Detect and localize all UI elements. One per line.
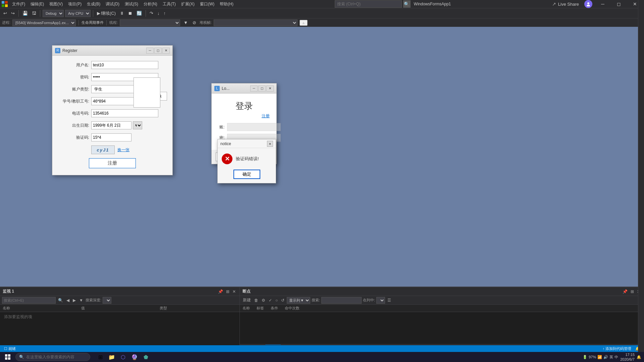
step-into-button[interactable]: ↓ (156, 10, 161, 16)
breakpoint-pin-button[interactable]: 📌 (622, 289, 629, 294)
watch-close-button[interactable]: ✕ (231, 289, 237, 294)
bp-incol-select[interactable] (376, 297, 385, 304)
taskbar-search-input[interactable] (26, 355, 87, 359)
register-link[interactable]: 注册 (217, 113, 270, 119)
continue-button[interactable]: ▶ 继续(C) (96, 10, 117, 17)
taskview-button[interactable]: ⊞ (96, 352, 105, 362)
thread-filter-button[interactable]: ▼ (182, 20, 189, 25)
display-columns-select[interactable]: 显示列▼ (287, 297, 310, 304)
statusbar-right: ↑ 添加到代码管理 🔔 (601, 346, 642, 351)
save-all-button[interactable]: 🖫 (31, 10, 38, 16)
profile-avatar[interactable] (584, 0, 592, 8)
register-restore-button[interactable]: ◻ (154, 48, 162, 54)
minimize-button[interactable]: ─ (595, 0, 610, 9)
username-label: 用户名: (59, 62, 89, 68)
start-button[interactable] (3, 352, 13, 362)
undo-button[interactable]: ↩ (2, 10, 8, 16)
watch-search-button[interactable]: 🔍 (57, 298, 64, 303)
bp-list-button[interactable]: ☰ (386, 298, 392, 303)
bp-enable-button[interactable]: ✓ (268, 298, 273, 303)
notice-close-button[interactable]: × (267, 141, 273, 147)
win-logo-sq-4 (8, 357, 10, 360)
restart-button[interactable]: 🔄 (135, 10, 143, 16)
login-username-input[interactable] (227, 123, 281, 131)
watch-search-input[interactable] (2, 297, 56, 304)
bp-disable-button[interactable]: ○ (274, 298, 279, 303)
search-input[interactable] (335, 0, 402, 8)
stop-button[interactable]: ⏹ (127, 10, 134, 16)
step-out-button[interactable]: ↑ (162, 10, 167, 16)
delete-breakpoint-button[interactable]: 🗑 (253, 298, 259, 303)
captcha-input[interactable] (91, 133, 131, 141)
birthdate-input[interactable] (91, 121, 131, 129)
register-button[interactable]: 注册 (89, 158, 136, 168)
vs-statusbar: ☐ 就绪 ↑ 添加到代码管理 🔔 (0, 345, 644, 352)
live-share-button[interactable]: ↗ Live Share (549, 1, 582, 7)
menu-test[interactable]: 测试(S) (122, 1, 141, 8)
taskbar-vs-icon[interactable]: ⬡ (118, 352, 128, 362)
breakpoint-panel-header: 断点 📌 ⊞ ✕ (240, 287, 644, 296)
step-over-button[interactable]: ↷ (148, 10, 155, 16)
save-button[interactable]: 💾 (21, 10, 29, 16)
bp-settings-button[interactable]: ⚙ (261, 298, 266, 303)
watch-depth-select[interactable] (103, 297, 111, 304)
account-type-label: 账户类型: (59, 86, 89, 92)
watch-prev-button[interactable]: ◀ (65, 298, 70, 303)
new-breakpoint-button[interactable]: 新建 (242, 297, 252, 303)
clock-date: 2020/6/7 (620, 357, 635, 362)
avatar-preview (133, 77, 160, 108)
menu-project[interactable]: 项目(P) (65, 1, 84, 8)
watch-pin-button[interactable]: 📌 (217, 289, 224, 294)
breakpoint-float-button[interactable]: ⊞ (630, 289, 635, 294)
platform-select[interactable]: Any CPU (65, 10, 91, 17)
callstack-select[interactable] (214, 19, 298, 26)
calendar-dropdown[interactable]: ▼ (133, 121, 142, 129)
watch-col-type: 类型 (160, 306, 237, 311)
login-restore-button[interactable]: ◻ (258, 85, 266, 92)
menu-window[interactable]: 窗口(W) (197, 1, 217, 8)
menu-file[interactable]: 文件(F) (9, 1, 28, 8)
menu-debug[interactable]: 调试(D) (103, 1, 122, 8)
right-sidebar (638, 0, 644, 362)
notice-body: ✕ 验证码错误! (218, 148, 276, 168)
ready-status: ☐ 就绪 (3, 346, 17, 351)
menu-build[interactable]: 生成(B) (84, 1, 103, 8)
notice-ok-button[interactable]: 确定 (233, 170, 260, 179)
phone-input[interactable] (91, 109, 158, 117)
debug-config-select[interactable]: Debug (43, 10, 64, 17)
login-close-button[interactable]: ✕ (266, 85, 274, 92)
change-captcha-link[interactable]: 换一张 (117, 147, 129, 153)
menu-view[interactable]: 视图(V) (47, 1, 65, 8)
menu-help[interactable]: 帮助(H) (217, 1, 236, 8)
notification-center-icon[interactable]: 🔔 (637, 355, 641, 359)
watch-next-button[interactable]: ▶ (72, 298, 77, 303)
menu-extensions[interactable]: 扩展(X) (178, 1, 197, 8)
watch-float-button[interactable]: ⊞ (225, 289, 230, 294)
add-code-management-button[interactable]: ↑ 添加到代码管理 (601, 346, 633, 351)
watch-panel-title: 监视 1 (3, 289, 14, 294)
live-share-label: Live Share (558, 2, 579, 7)
collapse-button[interactable]: ▲ (300, 20, 308, 26)
login-minimize-button[interactable]: ─ (250, 85, 258, 92)
redo-button[interactable]: ↪ (10, 10, 16, 16)
register-minimize-button[interactable]: ─ (146, 48, 154, 54)
menu-analyze[interactable]: 分析(N) (141, 1, 160, 8)
taskbar-search[interactable]: 🔍 (15, 353, 90, 361)
taskbar-app-icon-1[interactable]: 🔮 (130, 352, 139, 362)
phone-label: 电话号码: (59, 111, 89, 116)
bp-search-input[interactable] (321, 297, 362, 304)
stack-filter-button[interactable]: ⊘ (191, 20, 198, 25)
pause-button[interactable]: ⏸ (118, 10, 125, 16)
watch-depth-toggle[interactable]: ▼ (78, 298, 84, 303)
menu-tools[interactable]: 工具(T) (160, 1, 178, 8)
thread-select[interactable] (120, 19, 180, 26)
restore-button[interactable]: ◻ (611, 0, 627, 9)
taskbar-search-icon: 🔍 (19, 355, 24, 359)
search-button[interactable]: 🔍 (403, 0, 411, 8)
bp-refresh-button[interactable]: ↺ (280, 298, 285, 303)
register-close-button[interactable]: ✕ (162, 48, 170, 54)
taskbar-explorer-icon[interactable]: 📁 (107, 352, 116, 362)
process-select[interactable]: [5540] WindowsFormsApp1.ex... (12, 19, 76, 26)
taskbar-app-icon-2[interactable]: ⬟ (141, 352, 151, 362)
menu-edit[interactable]: 编辑(E) (28, 1, 47, 8)
